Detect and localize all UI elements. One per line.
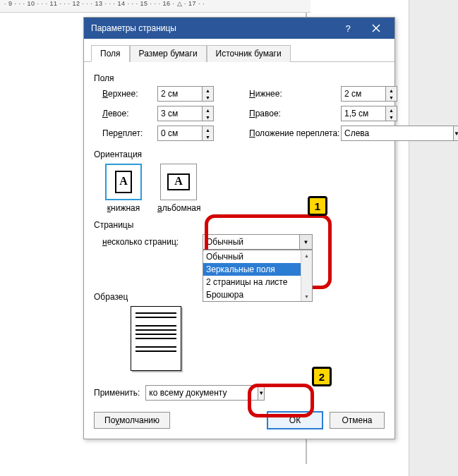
chevron-down-icon[interactable]: ▼ (258, 385, 265, 401)
top-margin-label: Верхнее: (102, 89, 157, 99)
scroll-down-icon[interactable]: ▼ (301, 291, 312, 301)
orientation-landscape-label: альбомная (157, 203, 200, 213)
multiple-pages-dropdown-list: Обычный Зеркальные поля 2 страницы на ли… (203, 250, 313, 302)
cancel-button[interactable]: Отмена (330, 412, 385, 429)
spinner-up-icon[interactable]: ▲ (203, 126, 213, 133)
chevron-down-icon[interactable]: ▼ (299, 235, 312, 249)
set-default-button[interactable]: По умолчанию (94, 412, 170, 429)
spinner-up-icon[interactable]: ▲ (386, 87, 397, 94)
tab-strip: Поля Размер бумаги Источник бумаги (84, 39, 394, 62)
apply-to-combo[interactable]: ▼ (145, 385, 251, 401)
spinner-down-icon[interactable]: ▼ (203, 133, 213, 140)
top-margin-input[interactable] (157, 86, 203, 102)
bottom-margin-input[interactable] (341, 86, 386, 102)
dialog-title: Параметры страницы (91, 23, 334, 33)
margins-group-label: Поля (94, 73, 385, 83)
help-button[interactable]: ? (334, 18, 362, 39)
gutter-position-value[interactable] (341, 126, 454, 141)
spinner-up-icon[interactable]: ▲ (386, 106, 397, 114)
ok-button[interactable]: ОК (267, 412, 323, 429)
tab-paper-size[interactable]: Размер бумаги (130, 45, 207, 62)
orientation-portrait[interactable]: книжная (102, 164, 145, 213)
gutter-label: Переплет: (102, 128, 157, 138)
multiple-pages-combo[interactable]: Обычный ▼ Обычный Зеркальные поля 2 стра… (203, 234, 313, 250)
left-margin-label: Левое: (102, 109, 157, 118)
landscape-icon (167, 173, 190, 190)
right-margin-spinner[interactable]: ▲▼ (341, 106, 409, 121)
spinner-down-icon[interactable]: ▼ (203, 114, 213, 121)
spinner-up-icon[interactable]: ▲ (203, 87, 213, 94)
scroll-up-icon[interactable]: ▲ (301, 250, 312, 260)
pages-option[interactable]: Зеркальные поля (203, 263, 312, 276)
spinner-up-icon[interactable]: ▲ (203, 106, 213, 114)
tab-fields[interactable]: Поля (91, 45, 130, 62)
tab-paper-source[interactable]: Источник бумаги (207, 45, 291, 62)
apply-to-label: Применить: (94, 388, 140, 398)
orientation-portrait-label: книжная (102, 203, 145, 213)
dialog-titlebar: Параметры страницы ? (84, 18, 394, 39)
right-margin-label: Правое: (249, 109, 341, 118)
pages-option[interactable]: Обычный (203, 250, 312, 263)
gutter-position-combo[interactable]: ▼ (341, 126, 409, 141)
pages-option[interactable]: Брошюра (203, 288, 312, 301)
gutter-spinner[interactable]: ▲▼ (157, 126, 221, 141)
gutter-input[interactable] (157, 126, 203, 141)
chevron-down-icon[interactable]: ▼ (454, 126, 458, 141)
bottom-margin-label: Нижнее: (249, 89, 341, 99)
apply-to-value[interactable] (145, 385, 258, 401)
close-icon (372, 24, 380, 32)
right-margin-input[interactable] (341, 106, 386, 121)
dropdown-scrollbar[interactable]: ▲▼ (301, 250, 312, 301)
preview-thumbnail (131, 306, 181, 371)
horizontal-ruler: · 9 · · · 10 · · · 11 · · · 12 · · · 13 … (0, 0, 311, 13)
left-margin-spinner[interactable]: ▲▼ (157, 106, 221, 121)
left-margin-input[interactable] (157, 106, 203, 121)
top-margin-spinner[interactable]: ▲▼ (157, 86, 221, 102)
spinner-down-icon[interactable]: ▼ (386, 114, 397, 121)
orientation-landscape[interactable]: альбомная (157, 164, 200, 213)
pages-group-label: Страницы (94, 220, 385, 230)
portrait-icon (115, 171, 132, 193)
multiple-pages-value: Обычный (203, 237, 299, 247)
gutter-position-label: Положение переплета: (249, 128, 341, 138)
close-button[interactable] (362, 18, 390, 39)
spinner-down-icon[interactable]: ▼ (386, 94, 397, 101)
orientation-group-label: Ориентация (94, 149, 385, 159)
multiple-pages-label: несколько страниц: (102, 234, 193, 247)
pages-option[interactable]: 2 страницы на листе (203, 276, 312, 288)
page-setup-dialog: Параметры страницы ? Поля Размер бумаги … (83, 17, 395, 439)
bottom-margin-spinner[interactable]: ▲▼ (341, 86, 409, 102)
spinner-down-icon[interactable]: ▼ (203, 94, 213, 101)
